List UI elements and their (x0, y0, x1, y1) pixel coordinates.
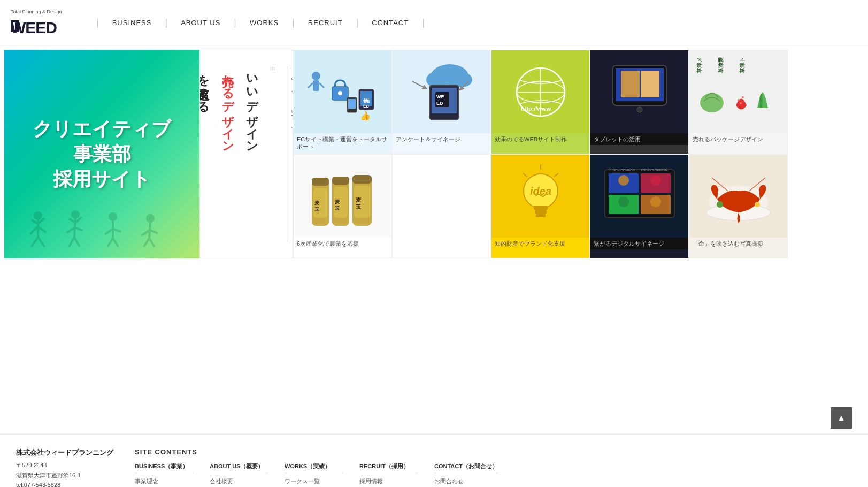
header: Total Planning & Design WEED | BUSINESS … (0, 0, 868, 45)
tile-web[interactable]: http://www 効果のでるWEBサイト制作 (491, 50, 590, 154)
tile-ec[interactable]: W 👍 WE ED ECサイト構築・運営をトータルサポート (293, 50, 392, 154)
svg-point-65 (637, 107, 642, 112)
vertical-equals: = (268, 66, 279, 242)
svg-point-112 (717, 201, 723, 208)
tile-sign-label: 繋がるデジタルサイネージ (590, 238, 688, 249)
tile-photo[interactable]: 「命」を吹き込む写真撮影 (689, 154, 788, 258)
tile-agri-image: 麦 玉 麦 玉 麦 玉 (294, 155, 391, 238)
footer-nav-item-2-0[interactable]: ワークス一覧 (285, 477, 343, 485)
svg-point-103 (650, 175, 661, 186)
scroll-top-area: ▲ (0, 402, 868, 434)
svg-rect-87 (352, 175, 372, 184)
tile-photo-image (689, 155, 787, 238)
logo[interactable]: WEED (11, 16, 75, 36)
svg-text:WE: WE (363, 99, 371, 104)
tile-anketo-image: WE ED (393, 50, 490, 133)
svg-rect-63 (641, 71, 659, 97)
svg-point-104 (618, 196, 629, 207)
footer-nav-col-4: CONTACT（お問合せ） お問合わせ プライバシーポリシー (434, 462, 498, 487)
tile-sign[interactable]: LUNCH COMBOS TODAY'S SPECIAL 繋がるデジタルサイネー… (590, 154, 689, 258)
vertical-panel: design & planning policy = いいデザイン 売れるデザイ… (199, 50, 293, 258)
main-nav: | BUSINESS | ABOUT US | WORKS | RECRUIT … (91, 16, 430, 29)
footer-nav-item-1-0[interactable]: 会社概要 (210, 477, 268, 485)
tile-web-image: http://www (491, 50, 589, 133)
svg-point-102 (618, 175, 629, 186)
svg-text:WE: WE (436, 94, 444, 100)
spacer (0, 263, 868, 316)
svg-rect-36 (313, 80, 319, 91)
svg-point-70 (738, 99, 740, 101)
svg-point-71 (742, 96, 744, 98)
company-name: 株式会社ウィードプランニング (16, 448, 113, 458)
footer-nav-item-4-0[interactable]: お問合わせ (434, 477, 498, 485)
tile-web-label: 効果のでるWEBサイト制作 (491, 133, 589, 145)
footer-nav-col-1: ABOUT US（概要） 会社概要 (210, 462, 268, 487)
nav-separator-3: | (292, 17, 295, 28)
svg-line-18 (74, 237, 80, 247)
nav-separator-2: | (234, 17, 236, 28)
svg-point-35 (312, 72, 320, 80)
footer-col-title-1: ABOUT US（概要） (210, 462, 268, 473)
svg-line-16 (75, 227, 83, 231)
footer-col-title-4: CONTACT（お問合せ） (434, 462, 498, 473)
svg-rect-62 (621, 71, 640, 97)
svg-line-24 (113, 229, 121, 232)
hero-text: クリエイティブ 事業部 採用サイト (33, 117, 171, 192)
svg-point-72 (740, 102, 742, 104)
tile-agri[interactable]: 麦 玉 麦 玉 麦 玉 (293, 154, 392, 258)
svg-rect-43 (348, 99, 356, 109)
footer: 株式会社ウィードプランニング 〒520-2143 滋賀県大津市蓬野浜16-1 t… (0, 434, 868, 487)
svg-line-38 (319, 83, 324, 88)
svg-line-25 (107, 238, 113, 247)
svg-point-13 (71, 210, 80, 219)
nav-separator-1: | (165, 17, 167, 28)
nav-about[interactable]: ABOUT US (173, 16, 228, 29)
nav-contact[interactable]: CONTACT (364, 16, 417, 29)
tile-tablet-label: タブレットの活用 (590, 133, 688, 145)
vertical-text2: 売れるデザイン (219, 66, 236, 242)
footer-nav-col-3: RECRUIT（採用） 採用情報 (359, 462, 418, 487)
nav-separator-5: | (422, 17, 425, 28)
nav-works[interactable]: WORKS (242, 16, 287, 29)
svg-line-7 (30, 226, 38, 234)
postal: 〒520-2143 (16, 462, 47, 468)
hero-block: クリエイティブ 事業部 採用サイト (4, 50, 199, 258)
svg-text:麦: 麦 (356, 197, 362, 203)
nav-separator-4: | (356, 17, 359, 28)
nav-recruit[interactable]: RECRUIT (300, 16, 351, 29)
svg-line-32 (149, 238, 155, 247)
tile-idea[interactable]: idea 知的財産でブランド化支援 (491, 154, 590, 258)
svg-text:ED: ED (363, 104, 369, 109)
svg-text:WEED: WEED (11, 19, 57, 36)
svg-point-27 (146, 214, 155, 223)
tile-tablet[interactable]: タブレットの活用 (590, 50, 689, 154)
svg-rect-77 (312, 178, 329, 186)
scroll-top-button[interactable]: ▲ (831, 407, 852, 429)
svg-point-21 (109, 212, 117, 221)
footer-nav-item-0-0[interactable]: 事業理念 (135, 477, 194, 485)
svg-line-31 (144, 238, 149, 247)
tel: tel:077-543-5828 (16, 482, 60, 487)
svg-text:麦: 麦 (314, 200, 320, 206)
footer-nav-item-3-0[interactable]: 採用情報 (359, 477, 418, 485)
logo-tagline: Total Planning & Design (11, 9, 75, 14)
footer-company: 株式会社ウィードプランニング 〒520-2143 滋賀県大津市蓬野浜16-1 t… (16, 448, 113, 487)
site-contents-title: SITE CONTENTS (135, 448, 852, 456)
vertical-text-area: design & planning policy = いいデザイン 売れるデザイ… (199, 56, 293, 253)
tile-package[interactable]: 草津メロン 草津愛彩農 草津トマト (689, 50, 788, 154)
svg-point-34 (338, 91, 342, 95)
tiles-row-2: 麦 玉 麦 玉 麦 玉 (293, 154, 864, 258)
tile-anketo[interactable]: WE ED アンケート＆サイネージ (392, 50, 491, 154)
svg-line-95 (523, 173, 527, 177)
tile-package-image: 草津メロン 草津愛彩農 草津トマト (689, 50, 787, 133)
hero-silhouettes (4, 194, 199, 248)
nav-business[interactable]: BUSINESS (104, 16, 160, 29)
tile-empty (392, 154, 491, 258)
svg-rect-89 (534, 206, 548, 210)
footer-nav-row: BUSINESS（事業） 事業理念 デザイン ABOUT US（概要） 会社概要… (135, 462, 852, 487)
vertical-text3: を追及する (199, 66, 211, 242)
svg-text:草津愛彩農: 草津愛彩農 (718, 57, 724, 73)
tiles-grid: W 👍 WE ED ECサイト構築・運営をトータルサポート (293, 50, 864, 258)
tile-idea-image: idea (491, 155, 589, 238)
nav-separator-0: | (96, 17, 99, 28)
